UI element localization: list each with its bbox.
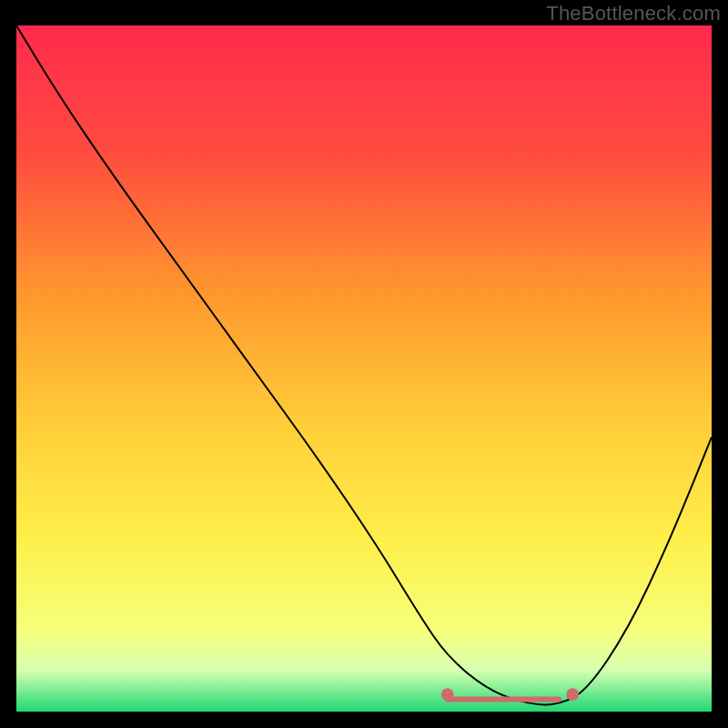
watermark-text: TheBottleneck.com: [546, 2, 721, 25]
gradient-rect: [16, 25, 712, 712]
marker-end: [566, 688, 579, 701]
chart-container: TheBottleneck.com: [0, 0, 728, 728]
marker-start: [441, 688, 454, 701]
plot-area: [16, 25, 712, 712]
bottleneck-chart-svg: [16, 25, 712, 712]
